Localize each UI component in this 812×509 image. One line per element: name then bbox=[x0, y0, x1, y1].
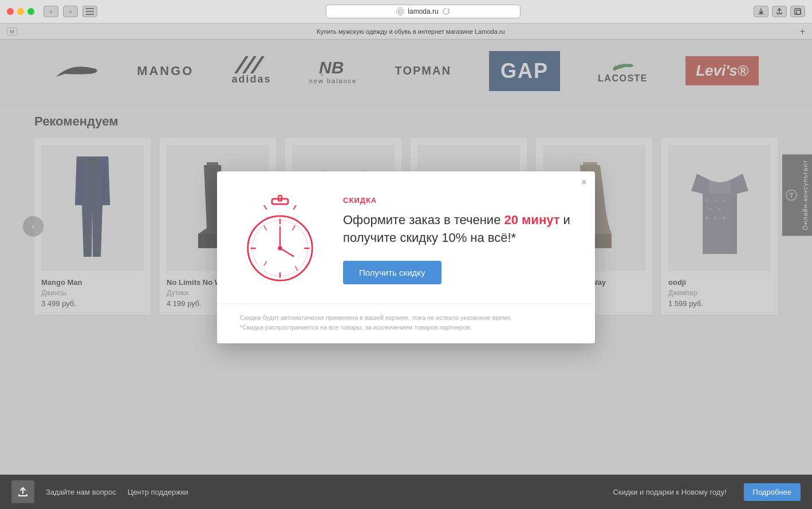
modal-footer: Скидка будет автоматически применена в в… bbox=[217, 303, 595, 343]
modal-footer-line1: Скидка будет автоматически применена в в… bbox=[240, 313, 572, 323]
browser-titlebar: ‹ › lamoda.ru bbox=[0, 0, 812, 23]
traffic-lights bbox=[7, 8, 34, 15]
upload-icon bbox=[17, 486, 29, 498]
support-center-link[interactable]: Центр поддержки bbox=[128, 488, 188, 496]
modal-headline: Оформите заказ в течение 20 минут и полу… bbox=[343, 212, 572, 247]
svg-point-37 bbox=[278, 246, 282, 250]
address-bar-area: lamoda.ru bbox=[102, 5, 744, 18]
forward-button[interactable]: › bbox=[63, 6, 78, 17]
browser-tabs: M Купить мужскую одежду и обувь в интерн… bbox=[0, 23, 812, 39]
address-text: lamoda.ru bbox=[408, 7, 438, 15]
svg-rect-2 bbox=[86, 14, 94, 15]
svg-line-34 bbox=[264, 261, 267, 266]
get-discount-button[interactable]: Получить скидку bbox=[343, 261, 442, 284]
new-tab-button[interactable] bbox=[790, 6, 805, 17]
svg-rect-5 bbox=[797, 10, 801, 14]
svg-rect-1 bbox=[86, 11, 94, 12]
ask-question-link[interactable]: Задайте нам вопрос bbox=[46, 488, 116, 496]
share-button[interactable] bbox=[772, 6, 787, 17]
modal-headline-part1: Оформите заказ в течение bbox=[343, 213, 504, 227]
address-bar[interactable]: lamoda.ru bbox=[326, 5, 521, 18]
gmail-icon: M bbox=[7, 28, 17, 36]
close-window-button[interactable] bbox=[7, 8, 14, 15]
back-button[interactable]: ‹ bbox=[44, 6, 58, 17]
svg-line-39 bbox=[293, 205, 296, 210]
svg-line-31 bbox=[264, 226, 267, 230]
modal-overlay: × bbox=[0, 40, 812, 475]
modal-headline-highlight: 20 минут bbox=[504, 213, 560, 227]
modal-icon-area bbox=[234, 194, 326, 286]
browser-right-buttons bbox=[754, 6, 805, 17]
discount-modal: × bbox=[217, 171, 595, 343]
modal-footer-line2: *Скидка распространяется на все товары, … bbox=[240, 323, 572, 332]
minimize-window-button[interactable] bbox=[17, 8, 24, 15]
bottom-bar: Задайте нам вопрос Центр поддержки Скидк… bbox=[0, 475, 812, 509]
svg-line-36 bbox=[280, 248, 293, 256]
tab-title: Купить мужскую одежду и обувь в интернет… bbox=[22, 28, 800, 35]
reading-list-button[interactable] bbox=[82, 6, 97, 17]
svg-line-33 bbox=[293, 226, 295, 230]
page-content: MANGO adidas NB ® new balance TOPMAN bbox=[0, 40, 812, 475]
security-icon bbox=[396, 7, 404, 15]
svg-line-38 bbox=[264, 205, 267, 210]
promo-text: Скидки и подарки к Новому году! bbox=[613, 488, 726, 496]
new-tab-plus-button[interactable]: + bbox=[800, 26, 805, 37]
modal-close-button[interactable]: × bbox=[581, 177, 587, 187]
svg-point-3 bbox=[399, 10, 402, 13]
svg-line-32 bbox=[295, 266, 298, 271]
reload-icon[interactable] bbox=[442, 7, 450, 15]
browser-chrome: ‹ › lamoda.ru M bbox=[0, 0, 812, 40]
download-button[interactable] bbox=[754, 6, 768, 17]
upload-button[interactable] bbox=[11, 480, 34, 503]
svg-rect-4 bbox=[795, 9, 801, 14]
stopwatch-icon bbox=[237, 194, 323, 286]
modal-discount-label: СКИДКА bbox=[343, 196, 572, 205]
modal-text-area: СКИДКА Оформите заказ в течение 20 минут… bbox=[343, 196, 572, 284]
promo-button[interactable]: Подробнее bbox=[744, 483, 801, 501]
modal-body: СКИДКА Оформите заказ в течение 20 минут… bbox=[217, 171, 595, 303]
fullscreen-window-button[interactable] bbox=[27, 8, 34, 15]
svg-rect-0 bbox=[86, 8, 94, 9]
